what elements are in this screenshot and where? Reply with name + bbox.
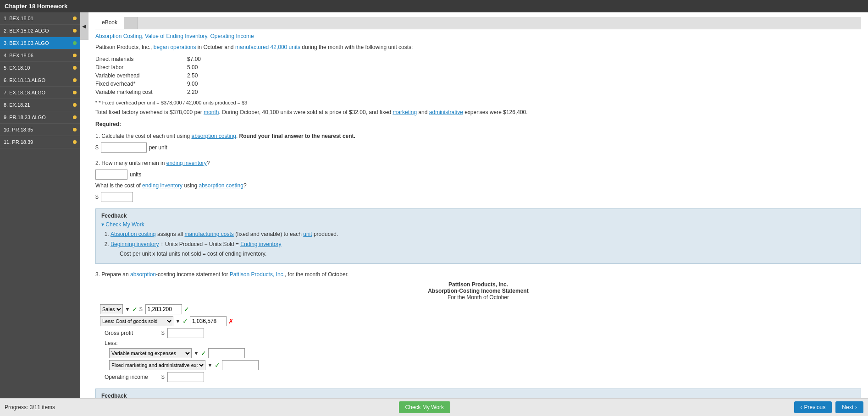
q1-input[interactable]	[101, 142, 147, 153]
admin-link[interactable]: administrative	[429, 109, 463, 115]
sidebar-item-ex1810[interactable]: 5. EX.18.10	[0, 62, 80, 74]
ending-inventory-link[interactable]: Value of Ending Inventory	[145, 33, 207, 39]
q2b-input[interactable]	[101, 192, 133, 202]
pattison-q3-link[interactable]: Pattison Products, Inc.	[230, 271, 285, 278]
is-fmae-input[interactable]	[222, 360, 259, 370]
is-vme-input[interactable]	[208, 348, 245, 358]
sidebar-item-pr1839[interactable]: 11. PR.18.39	[0, 136, 80, 148]
absorption-costing-q3-link[interactable]: absorption	[130, 271, 156, 278]
sidebar-item-pr1823[interactable]: 9. PR.18.23.ALGO	[0, 111, 80, 124]
sidebar-item-label: 5. EX.18.10	[4, 65, 30, 71]
began-operations-link[interactable]: began operations	[154, 44, 196, 50]
dot-icon	[73, 128, 77, 131]
cost-value: 9.00	[187, 81, 198, 87]
unit-link[interactable]: unit	[303, 231, 312, 237]
is-row-oi: Operating income $	[105, 372, 861, 382]
sidebar-item-bex1801[interactable]: 1. BEX.18.01	[0, 12, 80, 25]
cost-row-vo: Variable overhead 2.50	[95, 72, 861, 79]
question-1-block: 1. Calculate the cost of each unit using…	[95, 132, 861, 153]
check-sales-val-icon: ✓	[184, 306, 189, 313]
dot-icon	[73, 115, 77, 119]
beginning-inventory-link[interactable]: Beginning inventory	[111, 241, 159, 247]
dot-icon	[73, 78, 77, 82]
feedback-1-indent: Cost per unit x total units not sold = c…	[120, 250, 855, 258]
is-gp-label: Gross profit	[105, 330, 160, 336]
dropdown-arrow-cogs: ▼	[175, 318, 181, 324]
feedback-box-2: Feedback ▾ Check My Work Absorption cost…	[95, 389, 861, 398]
cost-row-fo: Fixed overhead* 9.00	[95, 81, 861, 87]
ending-inventory-q2-link[interactable]: ending inventory	[166, 160, 207, 166]
sidebar-item-bex1806[interactable]: 4. BEX.18.06	[0, 49, 80, 62]
is-row-sales: Sales ▼ ✓ $ ✓	[100, 304, 861, 314]
dropdown-arrow-sales: ▼	[125, 306, 130, 312]
is-gp-input[interactable]	[167, 328, 204, 338]
cost-label: Variable marketing cost	[95, 89, 187, 95]
feedback-1-item-2: Beginning inventory + Units Produced − U…	[111, 240, 855, 258]
is-oi-input[interactable]	[167, 372, 204, 382]
ending-inventory-f1-link[interactable]: Ending inventory	[240, 241, 281, 247]
is-row-cogs: Less: Cost of goods sold ▼ ✓ ✗	[100, 316, 861, 326]
sidebar-toggle[interactable]: ◀	[80, 12, 88, 40]
manufacturing-costs-link[interactable]: manufacturing costs	[184, 231, 233, 237]
dot-icon	[73, 41, 77, 45]
sidebar-item-ex1813[interactable]: 6. EX.18.13.ALGO	[0, 74, 80, 87]
absorption-costing-q2b-link[interactable]: absorption costing	[199, 182, 243, 189]
ending-inventory-q2b-link[interactable]: ending inventory	[142, 182, 182, 189]
month-link[interactable]: month	[204, 109, 219, 115]
marketing-link[interactable]: marketing	[393, 109, 417, 115]
operating-income-link[interactable]: Operating Income	[210, 33, 254, 39]
is-sales-select[interactable]: Sales	[100, 304, 123, 314]
footnote: * * Fixed overhead per unit = $378,000 /…	[95, 100, 861, 105]
q2a-input[interactable]	[95, 170, 127, 180]
required-label: Required:	[95, 121, 861, 127]
dropdown-arrow-vme: ▼	[194, 350, 199, 356]
check-my-work-button[interactable]: Check My Work	[399, 401, 450, 413]
dot-icon	[73, 91, 77, 94]
q2b-input-row: $	[95, 192, 861, 202]
cost-value: 2.20	[187, 89, 198, 95]
is-cogs-input[interactable]	[190, 316, 227, 326]
sidebar-item-label: 2. BEX.18.02.ALGO	[4, 28, 49, 33]
sidebar-item-pr1835[interactable]: 10. PR.18.35	[0, 124, 80, 136]
cost-value: $7.00	[187, 56, 201, 62]
manufactured-link[interactable]: manufactured 42,000 units	[235, 44, 300, 50]
is-row-gp: Gross profit $	[105, 328, 861, 338]
dot-icon	[73, 54, 77, 57]
header-title: Chapter 18 Homework	[5, 3, 67, 10]
tab-ebook[interactable]: eBook	[95, 17, 124, 29]
absorption-costing-q1-link[interactable]: absorption costing	[191, 133, 236, 139]
question-2a-text: 2. How many units remain in ending inven…	[95, 159, 861, 167]
cost-value: 2.50	[187, 72, 198, 79]
is-fmae-select[interactable]: Fixed marketing and administrative expen…	[109, 360, 205, 370]
dot-icon	[73, 103, 77, 107]
sidebar-item-label: 10. PR.18.35	[4, 127, 33, 132]
previous-button[interactable]: ‹ Previous	[794, 401, 832, 413]
is-oi-label: Operating income	[105, 374, 160, 380]
feedback-1-title: Feedback	[101, 213, 855, 219]
dropdown-arrow-fmae: ▼	[207, 362, 213, 368]
is-sales-dollar: $	[139, 306, 143, 312]
cost-table: Direct materials $7.00 Direct labor 5.00…	[95, 56, 861, 95]
is-sales-input[interactable]	[145, 304, 182, 314]
is-cogs-select[interactable]: Less: Cost of goods sold	[100, 316, 173, 326]
next-button[interactable]: Next ›	[835, 401, 863, 413]
sidebar-item-label: 11. PR.18.39	[4, 139, 33, 145]
cost-value: 5.00	[187, 64, 198, 71]
tab-2[interactable]	[124, 17, 138, 29]
is-vme-select[interactable]: Variable marketing expenses	[109, 348, 192, 358]
check-my-work-1[interactable]: ▾ Check My Work	[101, 221, 855, 228]
cost-label: Fixed overhead*	[95, 81, 187, 87]
topic-header: Absorption Costing, Value of Ending Inve…	[95, 33, 861, 39]
bottom-bar: Progress: 3/11 items Check My Work ‹ Pre…	[0, 398, 868, 416]
feedback-box-1: Feedback ▾ Check My Work Absorption cost…	[95, 208, 861, 264]
q2a-input-row: units	[95, 170, 861, 180]
absorption-costing-f1-link[interactable]: Absorption costing	[111, 231, 156, 237]
is-title-text: Absorption-Costing Income Statement	[95, 288, 861, 294]
cost-label: Direct labor	[95, 64, 187, 71]
sidebar-item-ex1821[interactable]: 8. EX.18.21	[0, 99, 80, 111]
absorption-costing-link[interactable]: Absorption Costing	[95, 33, 142, 39]
sidebar-item-bex1803[interactable]: 3. BEX.18.03.ALGO	[0, 37, 80, 49]
q1-suffix: per unit	[149, 144, 167, 151]
sidebar-item-bex1802[interactable]: 2. BEX.18.02.ALGO	[0, 25, 80, 37]
sidebar-item-ex1818[interactable]: 7. EX.18.18.ALGO	[0, 87, 80, 99]
